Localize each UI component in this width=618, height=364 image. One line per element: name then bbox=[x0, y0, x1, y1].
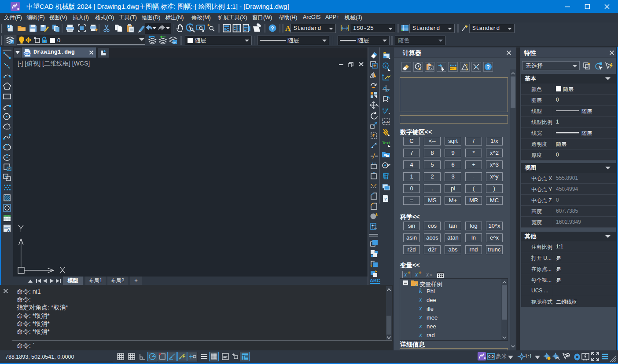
svg-text:?: ? bbox=[271, 25, 274, 32]
svg-text:0: 0 bbox=[57, 37, 60, 44]
svg-text:毫米: 毫米 bbox=[496, 353, 507, 360]
svg-text:0.0: 0.0 bbox=[488, 354, 494, 359]
svg-text:A: A bbox=[7, 228, 10, 233]
svg-text:?: ? bbox=[486, 64, 489, 70]
svg-text:Text: Text bbox=[382, 141, 390, 145]
svg-text:1: 1 bbox=[385, 64, 387, 68]
svg-text:A-A: A-A bbox=[383, 120, 389, 124]
svg-text:x: x bbox=[415, 281, 417, 286]
svg-text:DWG: DWG bbox=[24, 52, 31, 55]
svg-text:1:1: 1:1 bbox=[525, 353, 532, 360]
svg-text:?: ? bbox=[8, 167, 10, 171]
svg-text:?: ? bbox=[384, 197, 387, 201]
